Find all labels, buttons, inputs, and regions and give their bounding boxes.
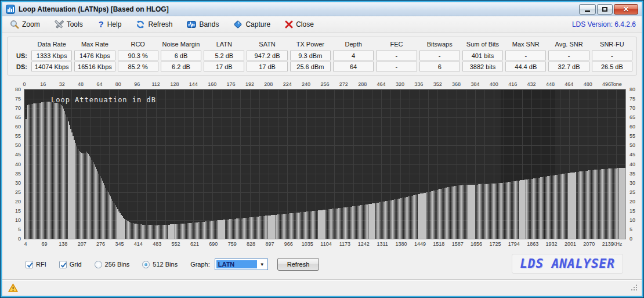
y-axis-tick-left: 70 — [6, 105, 21, 111]
tone-axis-tick: 32 — [59, 81, 65, 87]
window-title: Loop Attenuation (LATNps) [Based on HLOG… — [19, 5, 579, 13]
tone-axis-tick: 432 — [527, 81, 536, 87]
close-x-icon — [285, 20, 293, 28]
rfi-control[interactable]: RFI — [26, 261, 46, 268]
tone-axis-tick: 160 — [208, 81, 216, 87]
plot[interactable]: Loop Attenuation in dB — [24, 89, 626, 239]
y-axis-tick-left: 80 — [6, 87, 21, 92]
tone-axis-tick: 176 — [227, 81, 236, 87]
y-axis-tick-right: 60 — [629, 124, 635, 130]
tone-axis-tick: 464 — [377, 81, 386, 87]
y-axis-tick-left: 10 — [6, 217, 21, 223]
toolbar-capture-label: Capture — [245, 20, 270, 28]
bands-icon — [187, 20, 196, 29]
stats-table: Data RateMax RateRCONoise MarginLATNSATN… — [10, 39, 634, 72]
y-axis-tick-right: 80 — [629, 87, 635, 92]
refresh-button[interactable]: Refresh — [277, 258, 320, 271]
bins-256-control[interactable]: 256 Bins — [95, 261, 130, 268]
corner-cell — [10, 39, 30, 50]
y-axis-tick-right: 65 — [629, 114, 635, 120]
bins-256-radio[interactable] — [95, 261, 102, 268]
tone-axis-tick: 144 — [189, 81, 198, 87]
y-axis-tick-left: 30 — [6, 180, 21, 186]
y-axis-tick-right: 0 — [629, 236, 632, 242]
tone-axis-tick: 480 — [584, 81, 592, 87]
tone-axis-tick: 320 — [396, 81, 404, 87]
stats-panel: Data RateMax RateRCONoise MarginLATNSATN… — [7, 37, 637, 76]
freq-axis-tick: 2001 — [565, 241, 576, 247]
resize-grip[interactable] — [631, 284, 638, 292]
svg-text:?: ? — [98, 20, 103, 29]
y-axis-tick-right: 75 — [629, 96, 635, 102]
tone-axis-tick: 368 — [452, 81, 461, 87]
check-icon — [60, 261, 67, 269]
y-axis-tick-right: 30 — [629, 180, 635, 186]
toolbar-refresh-button[interactable]: Refresh — [134, 19, 174, 30]
toolbar-refresh-label: Refresh — [148, 20, 172, 28]
grid-checkbox[interactable] — [59, 261, 67, 268]
version-label: LDS Version: 6.4.2.6 — [572, 20, 636, 28]
freq-axis-tick: 621 — [190, 241, 199, 247]
stat-cell: 9.3 dBm — [290, 51, 331, 60]
grid-label: Grid — [70, 261, 82, 268]
stat-cell: - — [505, 51, 546, 60]
toolbar-close-button[interactable]: Close — [283, 19, 316, 30]
toolbar-zoom-button[interactable]: Zoom — [8, 19, 42, 30]
y-axis-tick-right: 5 — [629, 227, 632, 232]
freq-axis-tick: 552 — [172, 241, 180, 247]
toolbar-help-button[interactable]: ? Help — [96, 19, 124, 30]
lds-logo-box: LDS ANALYSER — [512, 254, 623, 274]
controls-bar: RFI Grid 256 Bins 512 Bins Graph: LATN ▼… — [26, 255, 642, 274]
close-icon: ✕ — [623, 6, 629, 13]
freq-axis-tick: 1794 — [508, 241, 520, 247]
freq-axis-tick: 690 — [209, 241, 218, 247]
tone-axis-tick: 336 — [414, 81, 423, 87]
freq-axis-tick: 1104 — [320, 241, 331, 247]
freq-axis-tick: 483 — [153, 241, 161, 247]
capture-icon — [233, 20, 243, 29]
y-axis-tick-right: 50 — [629, 142, 635, 148]
tone-axis-tick: 16 — [40, 81, 46, 87]
graph-select-value: LATN — [216, 260, 257, 268]
freq-axis-tick: 1311 — [377, 241, 388, 247]
stat-cell: 64 — [333, 62, 374, 71]
bins-512-control[interactable]: 512 Bins — [142, 261, 178, 268]
app-window: Loop Attenuation (LATNps) [Based on HLOG… — [0, 0, 644, 298]
row-label: DS: — [10, 61, 30, 72]
tone-axis-tick: 352 — [433, 81, 442, 87]
toolbar-bands-button[interactable]: Bands — [185, 19, 220, 30]
column-header: TX Power — [289, 39, 332, 50]
close-window-button[interactable]: ✕ — [614, 4, 638, 15]
tone-axis-unit: Tone — [610, 81, 622, 87]
rfi-checkbox[interactable] — [26, 261, 33, 268]
grid-control[interactable]: Grid — [59, 261, 82, 268]
stat-cell: 90.3 % — [118, 51, 158, 60]
rfi-label: RFI — [36, 261, 46, 268]
y-axis-tick-left: 65 — [6, 114, 21, 120]
freq-axis-unit: KHz — [612, 241, 622, 247]
minimize-button[interactable] — [579, 4, 596, 15]
bins-512-radio[interactable] — [142, 261, 150, 268]
freq-axis-tick: 1173 — [339, 241, 350, 247]
column-header: Data Rate — [30, 39, 73, 50]
warning-icon — [8, 283, 18, 293]
stat-cell: 6 — [419, 62, 460, 71]
toolbar-help-label: Help — [107, 20, 122, 28]
freq-axis-tick: 276 — [96, 241, 105, 247]
statusbar — [2, 279, 642, 296]
freq-axis-tick: 1656 — [471, 241, 482, 247]
y-axis-tick-left: 60 — [6, 124, 21, 130]
stat-cell: 17 dB — [247, 62, 287, 71]
titlebar[interactable]: Loop Attenuation (LATNps) [Based on HLOG… — [2, 2, 642, 16]
freq-axis-tick: 1518 — [433, 241, 444, 247]
toolbar-tools-button[interactable]: Tools — [53, 19, 85, 30]
tone-axis-tick: 112 — [151, 81, 160, 87]
tone-axis-tick: 464 — [565, 81, 573, 87]
tone-axis-tick: 0 — [23, 81, 26, 87]
toolbar-capture-button[interactable]: Capture — [231, 19, 272, 30]
maximize-button[interactable] — [597, 4, 613, 15]
freq-axis-tick: 828 — [247, 241, 255, 247]
graph-select[interactable]: LATN ▼ — [215, 258, 268, 270]
column-header: Sum of Bits — [461, 39, 504, 50]
y-axis-tick-right: 55 — [629, 133, 635, 139]
